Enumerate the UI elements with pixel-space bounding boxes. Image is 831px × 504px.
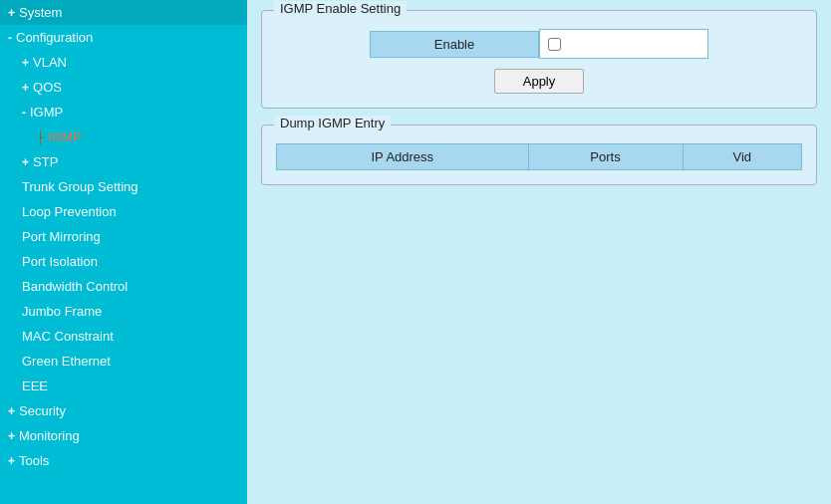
main-content: IGMP Enable Setting Enable Apply Dump IG… (247, 0, 831, 504)
sidebar-item-label: STP (33, 154, 58, 169)
sidebar-item-system[interactable]: + System (0, 0, 247, 25)
sidebar-item-label: Monitoring (19, 428, 80, 443)
sidebar-item-green-ethernet[interactable]: Green Ethernet (0, 349, 247, 374)
sidebar-item-monitoring[interactable]: + Monitoring (0, 423, 247, 448)
sidebar-item-label: Configuration (16, 30, 93, 45)
dump-igmp-panel: Dump IGMP Entry IP Address Ports Vid (261, 125, 817, 185)
sidebar-item-label: Tools (19, 453, 49, 468)
sidebar-item-vlan[interactable]: + VLAN (0, 50, 247, 75)
sidebar-item-loop-prevention[interactable]: Loop Prevention (0, 199, 247, 224)
sidebar-item-security[interactable]: + Security (0, 398, 247, 423)
sidebar-item-stp[interactable]: + STP (0, 149, 247, 174)
plus-icon: + (8, 6, 15, 20)
enable-label: Enable (370, 31, 539, 58)
apply-row: Apply (276, 69, 802, 94)
sidebar-item-qos[interactable]: + QOS (0, 75, 247, 100)
apply-button[interactable]: Apply (494, 69, 585, 94)
enable-checkbox-container (539, 29, 708, 59)
plus-icon: + (8, 429, 15, 443)
dump-igmp-table: IP Address Ports Vid (276, 143, 802, 170)
minus-icon: - (8, 31, 12, 45)
sidebar-item-label: System (19, 5, 62, 20)
enable-checkbox[interactable] (548, 38, 561, 51)
dump-igmp-title: Dump IGMP Entry (274, 116, 391, 130)
minus-icon: - (22, 106, 26, 120)
sidebar-item-label: Green Ethernet (22, 354, 111, 369)
sidebar-item-label: IGMP (30, 105, 63, 120)
sidebar-item-label: Bandwidth Control (22, 279, 128, 294)
sidebar-item-label: Jumbo Frame (22, 304, 102, 319)
sidebar-item-port-mirroring[interactable]: Port Mirroring (0, 224, 247, 249)
sidebar-item-igmp[interactable]: - IGMP (0, 100, 247, 125)
col-ip-address: IP Address (277, 144, 529, 170)
sidebar-item-label: EEE (22, 378, 48, 393)
sidebar-item-bandwidth-control[interactable]: Bandwidth Control (0, 274, 247, 299)
plus-icon: + (8, 454, 15, 468)
branch-icon: ├ (36, 130, 45, 144)
igmp-enable-panel: IGMP Enable Setting Enable Apply (261, 10, 817, 109)
sidebar-item-port-isolation[interactable]: Port Isolation (0, 249, 247, 274)
sidebar-item-mac-constraint[interactable]: MAC Constraint (0, 324, 247, 349)
enable-row: Enable (276, 29, 802, 59)
plus-icon: + (8, 404, 15, 418)
plus-icon: + (22, 155, 29, 169)
sidebar-item-configuration[interactable]: - Configuration (0, 25, 247, 50)
sidebar-item-trunk-group[interactable]: Trunk Group Setting (0, 174, 247, 199)
sidebar-item-label: Loop Prevention (22, 204, 117, 219)
col-vid: Vid (683, 144, 801, 170)
sidebar-item-label: VLAN (33, 55, 67, 70)
sidebar-item-label: IGMP (49, 129, 82, 144)
plus-icon: + (22, 81, 29, 95)
sidebar-item-label: Security (19, 403, 66, 418)
sidebar-item-label: Trunk Group Setting (22, 179, 138, 194)
plus-icon: + (22, 56, 29, 70)
sidebar-item-label: QOS (33, 80, 62, 95)
sidebar: + System - Configuration + VLAN + QOS - … (0, 0, 247, 504)
sidebar-item-igmp-sub[interactable]: ├ IGMP (0, 125, 247, 149)
sidebar-item-jumbo-frame[interactable]: Jumbo Frame (0, 299, 247, 324)
col-ports: Ports (528, 144, 683, 170)
igmp-enable-title: IGMP Enable Setting (274, 1, 407, 16)
sidebar-item-eee[interactable]: EEE (0, 374, 247, 398)
sidebar-item-label: MAC Constraint (22, 329, 114, 344)
sidebar-item-label: Port Mirroring (22, 229, 101, 244)
sidebar-item-label: Port Isolation (22, 254, 98, 269)
sidebar-item-tools[interactable]: + Tools (0, 448, 247, 473)
